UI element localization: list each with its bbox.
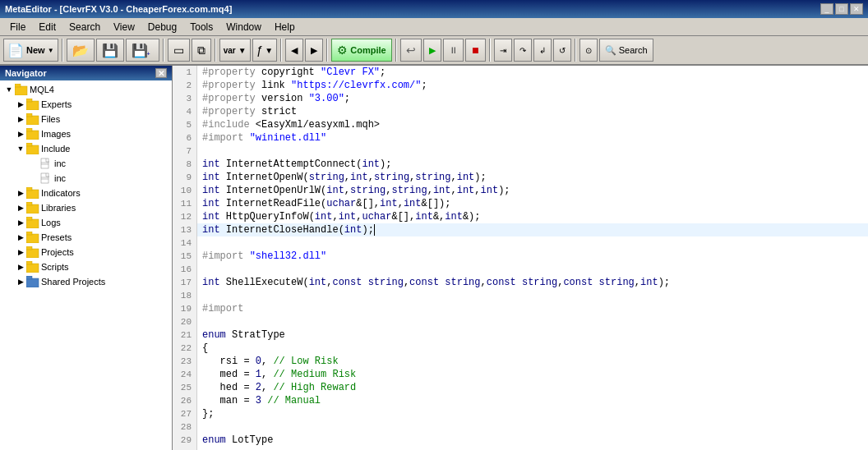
tree-item-inc-2[interactable]: inc xyxy=(2,171,170,186)
code-line-26: 26 man = 3 // Manual xyxy=(173,394,868,407)
scripts-folder-icon xyxy=(26,260,39,273)
scripts-label: Scripts xyxy=(41,262,69,272)
tree-item-projects[interactable]: ▶ Projects xyxy=(2,245,170,259)
line-content-22: { xyxy=(197,342,208,355)
menu-edit[interactable]: Edit xyxy=(32,20,62,34)
new-button[interactable]: 📄 New ▼ xyxy=(3,39,58,62)
tree-item-images[interactable]: ▶ Images xyxy=(2,126,170,141)
line-content-1: #property copyright "Clevr FX"; xyxy=(197,66,386,79)
menu-window[interactable]: Window xyxy=(219,20,268,34)
code-editor[interactable]: 1 #property copyright "Clevr FX"; 2 #pro… xyxy=(173,66,868,450)
tree-item-files[interactable]: ▶ Files xyxy=(2,112,170,126)
forward-button[interactable]: ▶ xyxy=(305,39,323,62)
separator-7 xyxy=(489,39,491,62)
svg-rect-4 xyxy=(26,116,39,125)
code-line-27: 27 }; xyxy=(173,407,868,420)
line-num-9: 9 xyxy=(173,171,197,184)
tree-item-indicators[interactable]: ▶ Indicators xyxy=(2,186,170,200)
breakpoint-button[interactable]: ⊙ xyxy=(579,39,598,62)
var-button[interactable]: var ▼ xyxy=(219,39,251,62)
menu-help[interactable]: Help xyxy=(268,20,302,34)
tree-item-inc-1[interactable]: inc xyxy=(2,156,170,171)
menu-tools[interactable]: Tools xyxy=(183,20,219,34)
line-content-24: med = 1, // Medium Risk xyxy=(197,368,356,381)
new-label: New xyxy=(26,45,45,55)
search-toolbar-button[interactable]: 🔍 Search xyxy=(599,39,653,62)
line-content-27: }; xyxy=(197,407,214,420)
inc1-file-icon xyxy=(39,157,53,170)
step-over-button[interactable]: ↷ xyxy=(514,39,532,62)
separator-5 xyxy=(326,39,328,62)
line-content-3: #property version "3.00"; xyxy=(197,92,350,105)
line-num-24: 24 xyxy=(173,368,197,381)
line-content-12: int HttpQueryInfoW(int,int,uchar&[],int&… xyxy=(197,210,481,223)
svg-rect-22 xyxy=(26,234,39,243)
tree-item-scripts[interactable]: ▶ Scripts xyxy=(2,259,170,274)
svg-rect-9 xyxy=(26,143,32,146)
mql4-label: MQL4 xyxy=(30,85,54,94)
inc2-label: inc xyxy=(54,173,66,183)
separator-2 xyxy=(163,39,164,62)
svg-rect-1 xyxy=(15,84,21,87)
back-button[interactable]: ◀ xyxy=(285,39,303,62)
view-normal-icon: ▭ xyxy=(173,44,184,57)
run-button[interactable]: ▶ xyxy=(423,39,441,62)
navigator-tree[interactable]: ▼ MQL4 ▶ Experts xyxy=(0,80,172,450)
code-line-6: 6 #import "wininet.dll" xyxy=(173,131,868,145)
new-dropdown-icon: ▼ xyxy=(48,47,54,54)
navigator-panel: Navigator ✕ ▼ MQL4 ▶ xyxy=(0,66,173,450)
maximize-button[interactable]: □ xyxy=(835,3,848,15)
libraries-label: Libraries xyxy=(41,203,76,213)
svg-rect-10 xyxy=(41,158,48,168)
tree-item-libraries[interactable]: ▶ Libraries xyxy=(2,200,170,215)
new-icon: 📄 xyxy=(7,43,24,58)
save-all-button[interactable]: 💾 + xyxy=(126,39,159,62)
experts-folder-icon xyxy=(26,98,39,111)
stop-debug-button[interactable]: ↩ xyxy=(400,39,422,62)
step-back-button[interactable]: ↺ xyxy=(553,39,571,62)
code-line-2: 2 #property link "https://clevrfx.com/"; xyxy=(173,79,868,92)
view-normal-button[interactable]: ▭ xyxy=(168,39,190,62)
svg-rect-3 xyxy=(26,99,32,102)
function-button[interactable]: ƒ ▼ xyxy=(252,39,278,62)
code-line-17: 17 int ShellExecuteW(int,const string,co… xyxy=(173,276,868,289)
code-line-8: 8 int InternetAttemptConnect(int); xyxy=(173,158,868,171)
pause-button[interactable]: ⏸ xyxy=(443,39,464,62)
open-button[interactable]: 📂 xyxy=(67,39,95,62)
svg-rect-18 xyxy=(26,204,39,214)
menu-debug[interactable]: Debug xyxy=(141,20,183,34)
expand-shared-icon: ▶ xyxy=(15,276,26,287)
close-button[interactable]: ✕ xyxy=(850,3,863,15)
menu-search[interactable]: Search xyxy=(62,20,107,34)
save-button[interactable]: 💾 xyxy=(96,39,124,62)
tree-item-presets[interactable]: ▶ Presets xyxy=(2,230,170,245)
images-folder-icon xyxy=(26,127,39,140)
expand-presets-icon: ▶ xyxy=(15,232,26,243)
tree-root-mql4[interactable]: ▼ MQL4 xyxy=(2,82,170,97)
main-layout: Navigator ✕ ▼ MQL4 ▶ xyxy=(0,66,868,450)
menu-file[interactable]: File xyxy=(3,20,32,34)
indicators-folder-icon xyxy=(26,186,39,200)
compile-button[interactable]: ⚙ Compile xyxy=(331,39,391,62)
code-area[interactable]: 1 #property copyright "Clevr FX"; 2 #pro… xyxy=(173,66,868,450)
var-label: var xyxy=(224,46,236,55)
view-tile-button[interactable]: ⧉ xyxy=(192,39,211,62)
step-in-button[interactable]: ⇥ xyxy=(494,39,512,62)
stop-button[interactable]: ⏹ xyxy=(465,39,486,62)
line-content-21: enum StratType xyxy=(197,328,285,342)
menu-view[interactable]: View xyxy=(107,20,141,34)
tree-item-include[interactable]: ▼ Include xyxy=(2,141,170,156)
presets-folder-icon xyxy=(26,231,39,244)
minimize-button[interactable]: _ xyxy=(820,3,833,15)
tree-item-shared-projects[interactable]: ▶ Shared Projects xyxy=(2,274,170,289)
line-content-23: rsi = 0, // Low Risk xyxy=(197,355,339,368)
navigator-close-button[interactable]: ✕ xyxy=(155,68,167,78)
code-line-4: 4 #property strict xyxy=(173,105,868,118)
line-content-15: #import "shell32.dll" xyxy=(197,250,326,263)
line-num-16: 16 xyxy=(173,263,197,276)
tree-item-experts[interactable]: ▶ Experts xyxy=(2,97,170,112)
line-num-10: 10 xyxy=(173,184,197,197)
title-bar: MetaEditor - [ClevrFX V3.0 - CheaperFore… xyxy=(0,0,868,18)
tree-item-logs[interactable]: ▶ Logs xyxy=(2,215,170,230)
step-out-button[interactable]: ↲ xyxy=(533,39,552,62)
